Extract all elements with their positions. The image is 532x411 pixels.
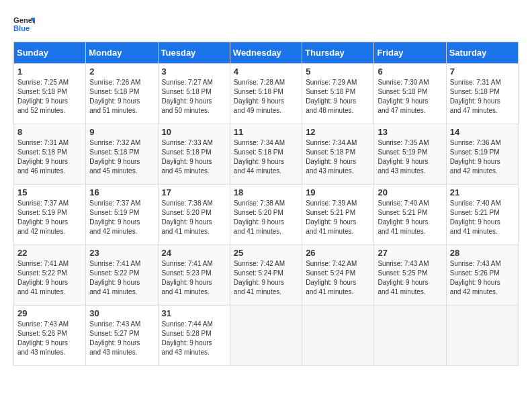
day-number: 24: [162, 248, 226, 258]
calendar-cell: 30Sunrise: 7:43 AMSunset: 5:27 PMDayligh…: [86, 306, 158, 366]
day-info: Sunrise: 7:38 AMSunset: 5:20 PMDaylight:…: [234, 199, 285, 235]
logo-icon: General Blue: [13, 13, 35, 35]
day-number: 27: [378, 248, 442, 258]
calendar-cell: 7Sunrise: 7:31 AMSunset: 5:18 PMDaylight…: [446, 64, 518, 124]
day-info: Sunrise: 7:43 AMSunset: 5:26 PMDaylight:…: [17, 320, 69, 356]
day-info: Sunrise: 7:34 AMSunset: 5:18 PMDaylight:…: [234, 139, 285, 175]
calendar-cell: 13Sunrise: 7:35 AMSunset: 5:19 PMDayligh…: [374, 124, 446, 185]
day-number: 13: [378, 127, 442, 137]
day-info: Sunrise: 7:40 AMSunset: 5:21 PMDaylight:…: [450, 199, 501, 235]
day-number: 8: [17, 127, 82, 137]
day-info: Sunrise: 7:25 AMSunset: 5:18 PMDaylight:…: [17, 79, 69, 114]
day-number: 17: [162, 187, 226, 197]
day-info: Sunrise: 7:37 AMSunset: 5:19 PMDaylight:…: [89, 199, 140, 235]
day-number: 5: [306, 66, 370, 77]
calendar-cell: 25Sunrise: 7:42 AMSunset: 5:24 PMDayligh…: [230, 245, 302, 306]
calendar-cell: 9Sunrise: 7:32 AMSunset: 5:18 PMDaylight…: [86, 124, 158, 185]
calendar-cell: 20Sunrise: 7:40 AMSunset: 5:21 PMDayligh…: [374, 185, 446, 245]
day-number: 9: [89, 127, 154, 137]
calendar-cell: [374, 306, 446, 366]
day-number: 20: [378, 187, 442, 197]
calendar-cell: 4Sunrise: 7:28 AMSunset: 5:18 PMDaylight…: [230, 64, 302, 124]
day-info: Sunrise: 7:38 AMSunset: 5:20 PMDaylight:…: [162, 199, 213, 235]
day-number: 6: [378, 66, 442, 77]
day-info: Sunrise: 7:31 AMSunset: 5:18 PMDaylight:…: [17, 139, 69, 175]
calendar-cell: [302, 306, 374, 366]
calendar-cell: 1Sunrise: 7:25 AMSunset: 5:18 PMDaylight…: [14, 64, 86, 124]
day-number: 31: [162, 308, 226, 318]
day-number: 29: [17, 308, 82, 318]
weekday-header-tuesday: Tuesday: [158, 42, 230, 64]
day-info: Sunrise: 7:26 AMSunset: 5:18 PMDaylight:…: [89, 79, 140, 114]
day-info: Sunrise: 7:44 AMSunset: 5:28 PMDaylight:…: [162, 320, 213, 356]
day-number: 15: [17, 187, 82, 197]
weekday-header-monday: Monday: [86, 42, 158, 64]
weekday-header-friday: Friday: [374, 42, 446, 64]
day-info: Sunrise: 7:32 AMSunset: 5:18 PMDaylight:…: [89, 139, 140, 175]
day-info: Sunrise: 7:41 AMSunset: 5:22 PMDaylight:…: [89, 260, 140, 295]
day-info: Sunrise: 7:42 AMSunset: 5:24 PMDaylight:…: [234, 260, 285, 295]
day-info: Sunrise: 7:31 AMSunset: 5:18 PMDaylight:…: [450, 79, 501, 114]
day-number: 1: [17, 66, 82, 77]
weekday-header-sunday: Sunday: [14, 42, 86, 64]
day-info: Sunrise: 7:37 AMSunset: 5:19 PMDaylight:…: [17, 199, 69, 235]
calendar-cell: 28Sunrise: 7:43 AMSunset: 5:26 PMDayligh…: [446, 245, 518, 306]
calendar-cell: 11Sunrise: 7:34 AMSunset: 5:18 PMDayligh…: [230, 124, 302, 185]
weekday-header-saturday: Saturday: [446, 42, 518, 64]
calendar-cell: 14Sunrise: 7:36 AMSunset: 5:19 PMDayligh…: [446, 124, 518, 185]
day-info: Sunrise: 7:35 AMSunset: 5:19 PMDaylight:…: [378, 139, 429, 175]
day-number: 7: [450, 66, 515, 77]
day-info: Sunrise: 7:34 AMSunset: 5:18 PMDaylight:…: [306, 139, 357, 175]
calendar-cell: 21Sunrise: 7:40 AMSunset: 5:21 PMDayligh…: [446, 185, 518, 245]
day-number: 4: [234, 66, 298, 77]
calendar-cell: 29Sunrise: 7:43 AMSunset: 5:26 PMDayligh…: [14, 306, 86, 366]
calendar-cell: 19Sunrise: 7:39 AMSunset: 5:21 PMDayligh…: [302, 185, 374, 245]
calendar-table: SundayMondayTuesdayWednesdayThursdayFrid…: [13, 42, 519, 366]
calendar-cell: 15Sunrise: 7:37 AMSunset: 5:19 PMDayligh…: [14, 185, 86, 245]
day-info: Sunrise: 7:29 AMSunset: 5:18 PMDaylight:…: [306, 79, 357, 114]
calendar-cell: 26Sunrise: 7:42 AMSunset: 5:24 PMDayligh…: [302, 245, 374, 306]
calendar-cell: 17Sunrise: 7:38 AMSunset: 5:20 PMDayligh…: [158, 185, 230, 245]
calendar-cell: 22Sunrise: 7:41 AMSunset: 5:22 PMDayligh…: [14, 245, 86, 306]
day-number: 19: [306, 187, 370, 197]
day-number: 26: [306, 248, 370, 258]
weekday-header-wednesday: Wednesday: [230, 42, 302, 64]
calendar-cell: 10Sunrise: 7:33 AMSunset: 5:18 PMDayligh…: [158, 124, 230, 185]
day-number: 2: [89, 66, 154, 77]
day-number: 23: [89, 248, 154, 258]
calendar-cell: 24Sunrise: 7:41 AMSunset: 5:23 PMDayligh…: [158, 245, 230, 306]
day-number: 28: [450, 248, 515, 258]
logo: General Blue: [13, 13, 35, 35]
day-number: 22: [17, 248, 82, 258]
day-info: Sunrise: 7:28 AMSunset: 5:18 PMDaylight:…: [234, 79, 285, 114]
day-info: Sunrise: 7:39 AMSunset: 5:21 PMDaylight:…: [306, 199, 357, 235]
day-info: Sunrise: 7:36 AMSunset: 5:19 PMDaylight:…: [450, 139, 501, 175]
calendar-cell: 5Sunrise: 7:29 AMSunset: 5:18 PMDaylight…: [302, 64, 374, 124]
day-info: Sunrise: 7:41 AMSunset: 5:22 PMDaylight:…: [17, 260, 69, 295]
day-number: 10: [162, 127, 226, 137]
calendar-cell: 31Sunrise: 7:44 AMSunset: 5:28 PMDayligh…: [158, 306, 230, 366]
day-info: Sunrise: 7:43 AMSunset: 5:25 PMDaylight:…: [378, 260, 429, 295]
calendar-cell: 2Sunrise: 7:26 AMSunset: 5:18 PMDaylight…: [86, 64, 158, 124]
day-number: 21: [450, 187, 515, 197]
weekday-header-thursday: Thursday: [302, 42, 374, 64]
calendar-cell: 12Sunrise: 7:34 AMSunset: 5:18 PMDayligh…: [302, 124, 374, 185]
svg-text:Blue: Blue: [13, 24, 30, 32]
calendar-cell: [230, 306, 302, 366]
day-info: Sunrise: 7:42 AMSunset: 5:24 PMDaylight:…: [306, 260, 357, 295]
day-number: 18: [234, 187, 298, 197]
calendar-cell: 27Sunrise: 7:43 AMSunset: 5:25 PMDayligh…: [374, 245, 446, 306]
day-info: Sunrise: 7:43 AMSunset: 5:26 PMDaylight:…: [450, 260, 501, 295]
calendar-cell: 23Sunrise: 7:41 AMSunset: 5:22 PMDayligh…: [86, 245, 158, 306]
day-number: 11: [234, 127, 298, 137]
page-header: General Blue: [13, 13, 519, 35]
day-number: 16: [89, 187, 154, 197]
day-number: 14: [450, 127, 515, 137]
day-info: Sunrise: 7:27 AMSunset: 5:18 PMDaylight:…: [162, 79, 213, 114]
day-info: Sunrise: 7:30 AMSunset: 5:18 PMDaylight:…: [378, 79, 429, 114]
calendar-cell: [446, 306, 518, 366]
day-info: Sunrise: 7:33 AMSunset: 5:18 PMDaylight:…: [162, 139, 213, 175]
day-number: 30: [89, 308, 154, 318]
calendar-cell: 16Sunrise: 7:37 AMSunset: 5:19 PMDayligh…: [86, 185, 158, 245]
calendar-cell: 8Sunrise: 7:31 AMSunset: 5:18 PMDaylight…: [14, 124, 86, 185]
